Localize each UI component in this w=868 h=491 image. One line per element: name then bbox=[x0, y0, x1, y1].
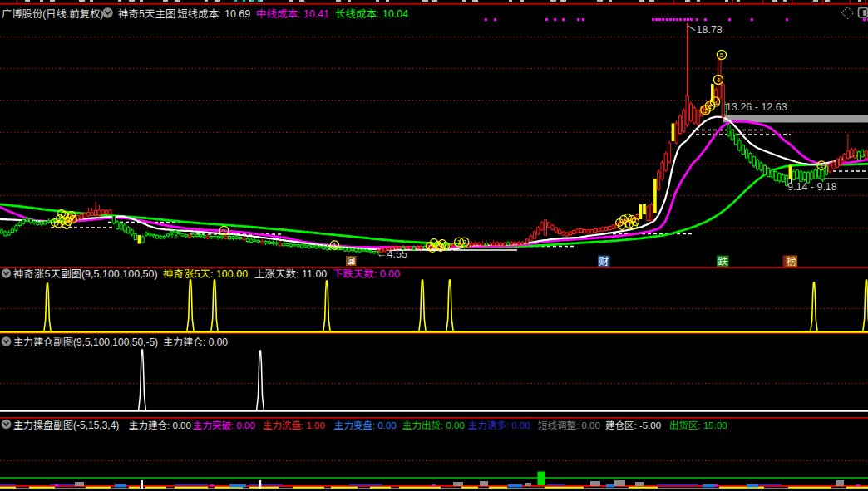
svg-text:主力建仓: 0.00: 主力建仓: 0.00 bbox=[163, 334, 228, 348]
svg-text:主力出货: 0.00: 主力出货: 0.00 bbox=[402, 418, 465, 431]
svg-text:建仓区: -5.00: 建仓区: -5.00 bbox=[605, 418, 661, 431]
svg-text:长线成本: 10.04: 长线成本: 10.04 bbox=[335, 5, 408, 21]
svg-text:神奇5天主图: 神奇5天主图 bbox=[118, 5, 175, 21]
svg-text:3: 3 bbox=[713, 97, 718, 106]
svg-text:1: 1 bbox=[333, 240, 337, 249]
svg-text:下跌天数: 0.00: 下跌天数: 0.00 bbox=[333, 265, 400, 281]
svg-text:跌: 跌 bbox=[718, 253, 727, 268]
svg-text:上涨天数: 11.00: 上涨天数: 11.00 bbox=[254, 265, 327, 281]
svg-text:主力变盘: 0.00: 主力变盘: 0.00 bbox=[334, 418, 397, 431]
svg-text:18.78: 18.78 bbox=[697, 21, 723, 37]
svg-text:神奇涨5天: 100.00: 神奇涨5天: 100.00 bbox=[163, 265, 248, 281]
svg-text:4: 4 bbox=[717, 75, 721, 84]
svg-text:5: 5 bbox=[720, 50, 724, 59]
svg-text:2: 2 bbox=[463, 238, 466, 246]
svg-text:主力操盘副图(-5,15,3,4): 主力操盘副图(-5,15,3,4) bbox=[13, 417, 119, 431]
svg-text:9.14 - 9.18: 9.14 - 9.18 bbox=[787, 178, 837, 194]
svg-text:出货区: 15.00: 出货区: 15.00 bbox=[669, 418, 727, 431]
svg-text:13.26 - 12.63: 13.26 - 12.63 bbox=[726, 98, 787, 114]
svg-text:主力建仓副图(9,5,100,100,50,-5): 主力建仓副图(9,5,100,100,50,-5) bbox=[13, 334, 158, 348]
svg-text:主力洗盘: 1.00: 主力洗盘: 1.00 bbox=[263, 418, 325, 431]
svg-text:主力突破: 0.00: 主力突破: 0.00 bbox=[193, 418, 255, 431]
svg-text:1: 1 bbox=[703, 106, 708, 115]
svg-text:短线成本: 10.69: 短线成本: 10.69 bbox=[177, 5, 250, 21]
svg-text:神奇涨5天副图(9,5,100,100,50): 神奇涨5天副图(9,5,100,100,50) bbox=[13, 265, 158, 281]
svg-text:主力建仓: 0.00: 主力建仓: 0.00 bbox=[129, 418, 191, 431]
svg-text:财: 财 bbox=[599, 253, 609, 268]
svg-text:1: 1 bbox=[222, 226, 226, 235]
svg-text:广博股份(日线.前复权): 广博股份(日线.前复权) bbox=[2, 6, 103, 21]
svg-text:←4.55: ←4.55 bbox=[377, 245, 407, 261]
svg-text:1: 1 bbox=[820, 160, 824, 169]
svg-text:短线调整: 0.00: 短线调整: 0.00 bbox=[538, 418, 600, 431]
svg-text:中线成本: 10.41: 中线成本: 10.41 bbox=[256, 5, 329, 21]
svg-text:主力诱多: 0.00: 主力诱多: 0.00 bbox=[468, 418, 530, 431]
svg-text:榜: 榜 bbox=[787, 253, 796, 268]
